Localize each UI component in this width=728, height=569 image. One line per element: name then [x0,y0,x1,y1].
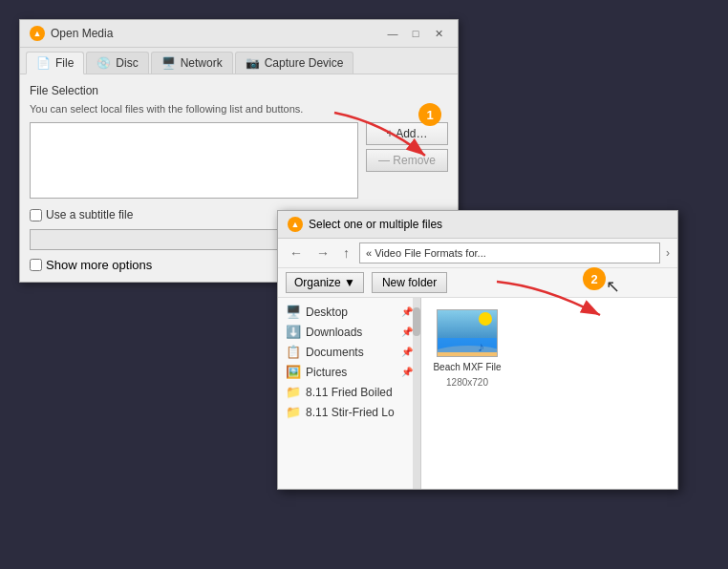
documents-icon: 📋 [286,345,301,359]
file-browser-body: 🖥️ Desktop 📌 ⬇️ Downloads 📌 📋 Documents … [278,298,677,489]
network-tab-icon: 🖥️ [161,56,176,70]
tree-scrollbar-thumb [413,307,420,336]
tree-item-fried-boiled[interactable]: 📁 8.11 Fried Boiled [278,382,420,402]
annotation-badge-1: 1 [418,103,441,126]
beach-mxf-name: Beach MXF File [433,361,501,373]
beach-mxf-file-thumb[interactable]: ♪ Beach MXF File 1280x720 [429,306,505,391]
tree-item-stir-fried[interactable]: 📁 8.11 Stir-Fried Lo [278,402,420,422]
file-action-toolbar: Organize ▼ New folder ↖ [278,268,677,298]
path-bar[interactable]: « Video File Formats for... [359,242,660,263]
tab-bar: 📄 File 💿 Disc 🖥️ Network 📷 Capture Devic… [20,48,458,74]
folder2-icon: 📁 [286,405,301,419]
pictures-label: Pictures [306,366,347,379]
desktop-label: Desktop [306,306,348,319]
file-list-box[interactable] [30,122,358,199]
folder1-icon: 📁 [286,385,301,399]
capture-tab-label: Capture Device [265,56,344,70]
folder1-label: 8.11 Fried Boiled [306,386,393,399]
network-tab-label: Network [181,56,223,70]
pictures-icon: 🖼️ [286,365,301,379]
disc-tab-icon: 💿 [96,56,111,70]
nav-arrow: › [666,246,670,260]
section-label: File Selection [30,84,448,97]
window-controls: — □ ✕ [383,26,448,41]
tree-scrollbar[interactable] [413,298,420,489]
minimize-button[interactable]: — [383,26,402,41]
subtitle-checkbox-label[interactable]: Use a subtitle file [30,208,133,221]
beach-mxf-thumbnail: ♪ [437,309,498,357]
tree-item-pictures[interactable]: 🖼️ Pictures 📌 [278,362,420,382]
dialog-title: Open Media [51,27,113,40]
subtitle-label: Use a subtitle file [46,208,133,221]
close-button[interactable]: ✕ [429,26,448,41]
downloads-icon: ⬇️ [286,325,301,339]
folder2-label: 8.11 Stir-Fried Lo [306,406,395,419]
show-more-checkbox[interactable] [30,259,42,271]
remove-button[interactable]: — Remove [366,149,448,172]
file-dialog-title: ▲ Select one or multiple files [278,211,677,239]
file-browser-dialog: ▲ Select one or multiple files ← → ↑ « V… [277,210,678,490]
file-tab-icon: 📄 [36,56,51,70]
cursor-icon: ↖ [606,276,620,297]
downloads-label: Downloads [306,326,362,339]
subtitle-checkbox[interactable] [30,209,42,221]
file-tab-label: File [55,56,74,70]
vlc-icon: ▲ [30,26,45,41]
title-bar: ▲ Open Media — □ ✕ [20,20,458,48]
maximize-button[interactable]: □ [406,26,425,41]
tab-capture[interactable]: 📷 Capture Device [235,52,354,74]
file-tree: 🖥️ Desktop 📌 ⬇️ Downloads 📌 📋 Documents … [278,298,421,489]
svg-point-1 [479,312,492,326]
tab-disc[interactable]: 💿 Disc [86,52,148,74]
forward-button[interactable]: → [312,243,333,263]
title-bar-left: ▲ Open Media [30,26,113,41]
file-nav-toolbar: ← → ↑ « Video File Formats for... › [278,239,677,268]
back-button[interactable]: ← [286,243,307,263]
tree-item-desktop[interactable]: 🖥️ Desktop 📌 [278,302,420,322]
organize-button[interactable]: Organize ▼ [286,272,364,293]
file-dialog-title-text: Select one or multiple files [309,218,442,231]
tab-network[interactable]: 🖥️ Network [151,52,233,74]
desktop-icon: 🖥️ [286,305,301,319]
file-area: + Add… — Remove [30,122,448,199]
section-desc: You can select local files with the foll… [30,103,448,115]
pictures-pin: 📌 [401,367,413,377]
add-button[interactable]: + Add… [366,122,448,145]
tree-item-documents[interactable]: 📋 Documents 📌 [278,342,420,362]
beach-mxf-resolution: 1280x720 [446,377,488,388]
disc-tab-label: Disc [116,56,138,70]
documents-pin: 📌 [401,347,413,357]
desktop-pin: 📌 [401,306,413,317]
path-display: « Video File Formats for... [366,247,486,259]
documents-label: Documents [306,346,364,359]
svg-text:♪: ♪ [478,339,484,354]
downloads-pin: 📌 [401,327,413,337]
show-more-label: Show more options [46,258,152,272]
annotation-badge-2: 2 [583,267,606,290]
new-folder-button[interactable]: New folder [372,272,447,293]
tab-file[interactable]: 📄 File [26,52,84,74]
file-dialog-vlc-icon: ▲ [288,217,303,232]
file-main-area: ♪ Beach MXF File 1280x720 [421,298,677,489]
capture-tab-icon: 📷 [246,56,260,70]
file-buttons: + Add… — Remove [366,122,448,199]
tree-item-downloads[interactable]: ⬇️ Downloads 📌 [278,322,420,342]
up-button[interactable]: ↑ [339,243,353,263]
svg-rect-3 [438,338,497,352]
